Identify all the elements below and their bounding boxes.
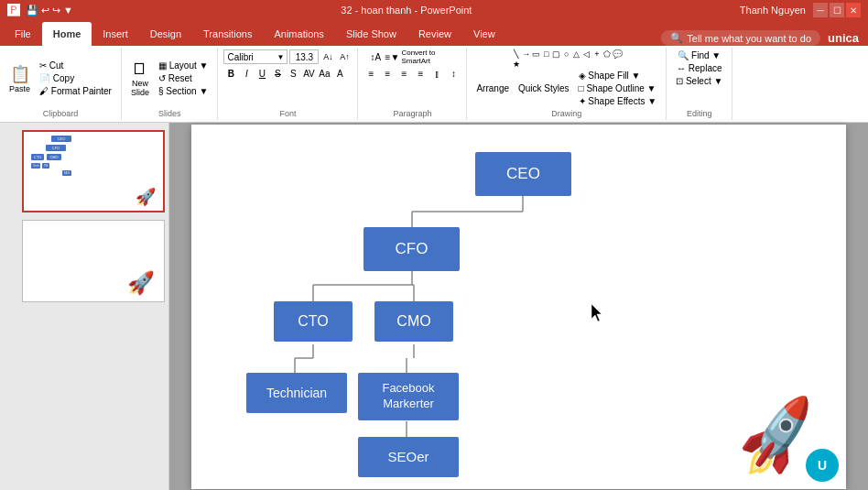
- arrange-button[interactable]: Arrange: [472, 82, 513, 94]
- customize-icon[interactable]: ▼: [63, 5, 73, 16]
- justify-button[interactable]: ≡: [413, 66, 428, 81]
- shape-arrow[interactable]: →: [522, 49, 531, 59]
- quick-styles-button[interactable]: Quick Styles: [515, 82, 573, 94]
- strikethrough-button[interactable]: S: [270, 66, 285, 81]
- window-title: 32 - hoan thanh - PowerPoint: [73, 5, 740, 16]
- char-spacing-button[interactable]: AV: [301, 66, 316, 81]
- technician-box[interactable]: Technician: [246, 373, 347, 413]
- tab-home[interactable]: Home: [42, 22, 92, 46]
- tab-animations[interactable]: Animations: [263, 22, 334, 46]
- section-button[interactable]: § Section ▼: [155, 85, 212, 97]
- bold-button[interactable]: B: [223, 66, 238, 81]
- redo-icon[interactable]: ↪: [52, 5, 60, 16]
- font-group: Calibri▼ 13.3 A↓ A↑ B I U S S AV Aa A Fo…: [218, 48, 358, 120]
- underline-button[interactable]: U: [255, 66, 269, 81]
- cfo-box[interactable]: CFO: [363, 227, 460, 271]
- change-case-button[interactable]: Aa: [317, 66, 331, 81]
- align-center-button[interactable]: ≡: [380, 66, 395, 81]
- columns-button[interactable]: ⫿: [429, 66, 444, 81]
- tab-view[interactable]: View: [462, 22, 506, 46]
- undo-icon[interactable]: ↩: [41, 5, 49, 16]
- tab-insert[interactable]: Insert: [92, 22, 139, 46]
- shapes-palette: ╲ → ▭ □ ▢ ○ △ ◁ + ⬠ 💬 ★: [512, 49, 622, 69]
- facebook-markerter-box[interactable]: FacebookMarkerter: [358, 373, 459, 420]
- select-button[interactable]: ⊡ Select ▼: [672, 75, 726, 87]
- paragraph-label: Paragraph: [363, 107, 461, 118]
- clipboard-group: 📋 Paste ✂ Cut 📄 Copy 🖌 Format Painter Cl…: [0, 48, 122, 120]
- font-name-input[interactable]: Calibri▼: [223, 49, 288, 64]
- shape-rtri[interactable]: ◁: [582, 49, 591, 59]
- canvas-area[interactable]: CEO CFO CTO CMO Technician FacebookMarke…: [169, 123, 868, 490]
- shape-line[interactable]: ╲: [512, 49, 521, 59]
- reset-button[interactable]: ↺ Reset: [155, 72, 212, 84]
- tab-slideshow[interactable]: Slide Show: [335, 22, 407, 46]
- shape-plus[interactable]: +: [592, 49, 602, 59]
- save-icon[interactable]: 💾: [26, 5, 38, 16]
- drawing-group: ╲ → ▭ □ ▢ ○ △ ◁ + ⬠ 💬 ★ Arrange Quick St…: [467, 48, 667, 120]
- slides-group: 🗌 NewSlide ▦ Layout ▼ ↺ Reset § Section …: [122, 48, 219, 120]
- user-name: Thanh Nguyen: [740, 5, 806, 16]
- ceo-box[interactable]: CEO: [475, 152, 571, 196]
- convert-smartart-button[interactable]: Convert to SmartArt: [401, 49, 456, 64]
- shape-oval[interactable]: ○: [562, 49, 571, 59]
- paste-button[interactable]: 📋 Paste: [5, 62, 34, 95]
- replace-button[interactable]: ↔ Replace: [673, 62, 725, 74]
- tab-review[interactable]: Review: [407, 22, 462, 46]
- cut-button[interactable]: ✂ Cut: [36, 60, 115, 71]
- align-right-button[interactable]: ≡: [396, 66, 411, 81]
- decrease-font-button[interactable]: A↓: [320, 49, 335, 64]
- shape-outline-button[interactable]: □ Shape Outline ▼: [575, 82, 661, 94]
- close-button[interactable]: ✕: [846, 3, 861, 17]
- font-size-input[interactable]: 13.3: [289, 49, 319, 64]
- shape-fill-button[interactable]: ◈ Shape Fill ▼: [575, 70, 661, 82]
- copy-button[interactable]: 📄 Copy: [36, 72, 115, 84]
- new-slide-button[interactable]: 🗌 NewSlide: [127, 58, 153, 99]
- drawing-label: Drawing: [472, 107, 660, 118]
- shape-penta[interactable]: ⬠: [602, 49, 612, 59]
- slides-label: Slides: [127, 107, 212, 118]
- layout-button[interactable]: ▦ Layout ▼: [155, 60, 212, 71]
- main-area: 1 CEO CFO CTO CMO Tech: [0, 123, 868, 490]
- seoer-box[interactable]: SEOer: [358, 437, 459, 477]
- text-direction-button[interactable]: ↕A: [368, 49, 383, 64]
- line-spacing-button[interactable]: ↕: [446, 66, 461, 81]
- find-button[interactable]: 🔍 Find ▼: [674, 49, 724, 61]
- format-painter-button[interactable]: 🖌 Format Painter: [36, 85, 115, 97]
- slide-2-container: 2 🚀: [4, 220, 165, 302]
- shape-round-rect[interactable]: ▢: [552, 49, 561, 59]
- cto-box[interactable]: CTO: [274, 301, 353, 342]
- font-color-button[interactable]: A: [332, 66, 347, 81]
- align-text-button[interactable]: ≡▼: [385, 49, 399, 64]
- shape-rect[interactable]: ▭: [532, 49, 541, 59]
- shape-tri[interactable]: △: [572, 49, 581, 59]
- font-label: Font: [223, 107, 352, 118]
- shape-callout[interactable]: 💬: [613, 49, 622, 59]
- increase-font-button[interactable]: A↑: [337, 49, 352, 64]
- shape-star[interactable]: ★: [512, 60, 521, 69]
- tab-transitions[interactable]: Transitions: [192, 22, 263, 46]
- cursor: [591, 304, 606, 325]
- tab-design[interactable]: Design: [139, 22, 192, 46]
- slide-1-container: 1 CEO CFO CTO CMO Tech: [4, 130, 165, 212]
- tab-file[interactable]: File: [4, 22, 42, 46]
- align-left-button[interactable]: ≡: [363, 66, 378, 81]
- clipboard-label: Clipboard: [5, 107, 115, 118]
- slide-1-rocket: 🚀: [136, 187, 156, 207]
- slide-2-thumbnail[interactable]: 🚀: [22, 220, 165, 302]
- shape-rect2[interactable]: □: [542, 49, 551, 59]
- restore-button[interactable]: ☐: [830, 3, 844, 17]
- tell-me-input[interactable]: Tell me what you want to do: [687, 33, 811, 44]
- editing-group: 🔍 Find ▼ ↔ Replace ⊡ Select ▼ Editing: [667, 48, 732, 120]
- cmo-box[interactable]: CMO: [374, 301, 453, 342]
- shape-effects-button[interactable]: ✦ Shape Effects ▼: [575, 95, 661, 107]
- italic-button[interactable]: I: [239, 66, 254, 81]
- slide-canvas[interactable]: CEO CFO CTO CMO Technician FacebookMarke…: [191, 125, 846, 489]
- unica-badge: U: [806, 449, 839, 482]
- slide-panel: 1 CEO CFO CTO CMO Tech: [0, 123, 169, 490]
- shadow-button[interactable]: S: [286, 66, 300, 81]
- unica-logo: unica: [824, 31, 863, 45]
- paragraph-group: ↕A ≡▼ Convert to SmartArt ≡ ≡ ≡ ≡ ⫿ ↕ Pa…: [358, 48, 467, 120]
- title-bar: 🅿 💾 ↩ ↪ ▼ 32 - hoan thanh - PowerPoint T…: [0, 0, 868, 20]
- slide-1-thumbnail[interactable]: CEO CFO CTO CMO Tech FB S: [22, 130, 165, 212]
- minimize-button[interactable]: ─: [813, 3, 828, 17]
